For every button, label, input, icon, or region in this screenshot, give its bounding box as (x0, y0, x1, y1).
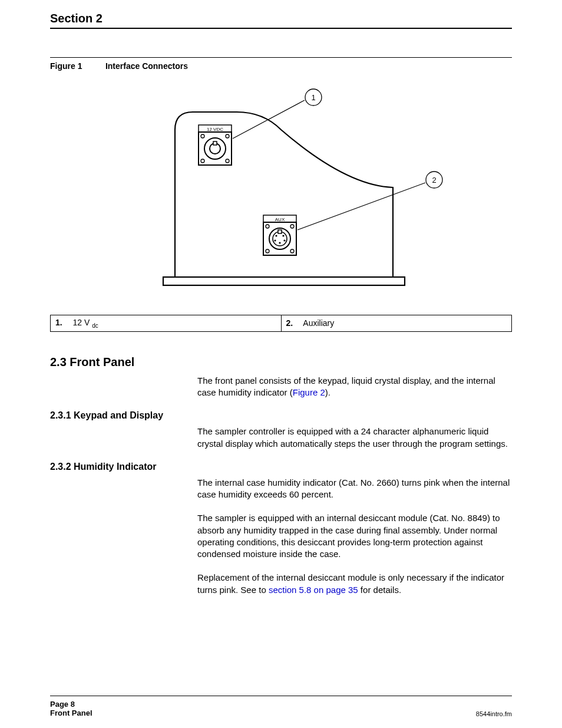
footer-filename: 8544intro.fm (476, 707, 512, 717)
footer-page-number: Page 8 (50, 700, 512, 709)
svg-rect-5 (213, 141, 217, 145)
legend-1-sub: dc (92, 322, 98, 329)
section-header: Section 2 (50, 12, 512, 29)
connector-12vdc-label: 12 VDC (207, 127, 223, 132)
footer-title: Front Panel (50, 709, 512, 717)
para-2-3-intro-pre: The front panel consists of the keypad, … (197, 375, 495, 397)
heading-2-3-1: 2.3.1 Keypad and Display (50, 410, 512, 421)
figure-legend-table: 1. 12 V dc 2. Auxiliary (50, 315, 512, 332)
para-2-3-2-p1: The internal case humidity indicator (Ca… (197, 477, 512, 501)
svg-line-27 (297, 183, 425, 230)
svg-rect-11 (263, 222, 296, 255)
heading-2-3-2: 2.3.2 Humidity Indicator (50, 462, 512, 472)
callout-2: 2 (297, 172, 442, 230)
svg-rect-2 (199, 132, 232, 165)
connector-12vdc: 12 VDC (199, 125, 232, 165)
svg-rect-14 (278, 230, 282, 233)
figure-label: Figure 1 (50, 61, 103, 71)
link-figure-2[interactable]: Figure 2 (293, 387, 325, 397)
svg-point-15 (275, 235, 277, 236)
figure-title: Interface Connectors (105, 61, 188, 71)
connector-aux: AUX (263, 215, 296, 255)
callout-1: 1 (233, 89, 322, 139)
para-2-3-2-p3: Replacement of the internal desiccant mo… (197, 572, 512, 596)
connector-aux-label: AUX (275, 217, 285, 222)
svg-point-17 (274, 239, 276, 241)
svg-point-16 (282, 235, 284, 236)
heading-2-3: 2.3 Front Panel (50, 355, 512, 369)
para-2-3-1: The sampler controller is equipped with … (197, 426, 512, 450)
para-2-3-intro-post: ). (325, 387, 330, 397)
svg-rect-0 (163, 277, 405, 285)
para-2-3-2-p2: The sampler is equipped with an internal… (197, 512, 512, 560)
svg-text:1: 1 (311, 93, 315, 102)
svg-point-18 (283, 239, 285, 241)
figure-diagram: 12 VDC AUX (50, 83, 512, 297)
svg-text:2: 2 (432, 176, 436, 185)
page-footer: Page 8 Front Panel 8544intro.fm (50, 696, 512, 717)
legend-1-text: 12 V (73, 318, 92, 327)
para-2-3-2-p3-post: for details. (358, 585, 401, 595)
legend-item-2: 2. Auxiliary (281, 315, 512, 332)
legend-2-num: 2. (286, 318, 293, 328)
legend-item-1: 1. 12 V dc (51, 315, 282, 332)
legend-2-text: Auxiliary (303, 318, 334, 328)
svg-point-19 (279, 242, 280, 243)
legend-1-num: 1. (55, 318, 62, 327)
para-2-3-intro: The front panel consists of the keypad, … (197, 375, 512, 399)
link-section-5-8[interactable]: section 5.8 on page 35 (269, 585, 358, 595)
figure-caption: Figure 1 Interface Connectors (50, 57, 512, 71)
svg-line-24 (233, 100, 305, 139)
